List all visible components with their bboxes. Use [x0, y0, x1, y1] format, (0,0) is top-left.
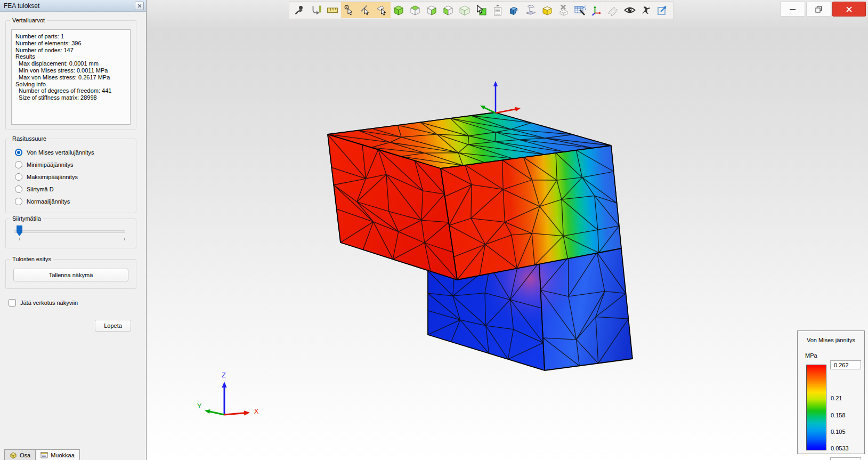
solid-part-icon[interactable] [506, 2, 522, 18]
delete-solid-icon[interactable] [555, 2, 572, 18]
legend-unit: MPa [805, 352, 817, 359]
view-box-icon[interactable] [457, 2, 473, 18]
flyby-icon[interactable] [638, 2, 654, 18]
legend-tick-label: 0.105 [831, 429, 846, 435]
legend-title: Von Mises jännitys [798, 337, 864, 343]
legend-max-input[interactable] [830, 360, 861, 369]
minimize-button[interactable] [780, 2, 805, 17]
legend-panel: Von Mises jännitys MPa 0.21 0.158 0.105 … [797, 330, 865, 454]
view-right-icon[interactable] [424, 2, 440, 18]
legend-tick-label: 0.158 [831, 412, 846, 418]
application-window: ZYX Von Mises jännitys MPa 0 [0, 0, 868, 460]
crate-icon[interactable] [539, 2, 555, 18]
select-point-icon[interactable] [341, 2, 358, 18]
legend-min-input[interactable] [830, 457, 861, 460]
pin-icon[interactable] [291, 2, 308, 18]
legend-tick-label: 0.0533 [831, 445, 849, 451]
dimension-icon[interactable] [308, 2, 325, 18]
axes-icon[interactable] [588, 2, 605, 18]
unfold-icon[interactable] [522, 2, 539, 18]
view-top-icon[interactable] [407, 2, 424, 18]
svg-text:Z: Z [222, 371, 226, 379]
legend-colorbar [806, 365, 826, 450]
select-edge-icon[interactable] [358, 2, 374, 18]
select-solid-icon[interactable] [473, 2, 489, 18]
tab-osa[interactable]: Osa [4, 449, 36, 460]
fea-table-icon[interactable] [572, 2, 588, 18]
ruler-icon[interactable] [325, 2, 341, 18]
view-solid-icon[interactable] [391, 2, 407, 18]
sketch-icon[interactable] [605, 2, 621, 18]
part-icon [10, 451, 17, 459]
feature-list-icon[interactable] [489, 2, 506, 18]
pop-out-icon[interactable] [654, 2, 671, 18]
legend-tick-label: 0.21 [831, 395, 842, 401]
edit-form-icon [40, 451, 48, 459]
document-tabs: Osa Muokkaa [4, 449, 80, 460]
visibility-icon[interactable] [621, 2, 638, 18]
view-left-icon[interactable] [440, 2, 457, 18]
tab-muokkaa[interactable]: Muokkaa [36, 449, 80, 460]
select-face-icon[interactable] [374, 2, 391, 18]
svg-text:X: X [254, 407, 259, 415]
close-window-button[interactable] [832, 2, 866, 17]
restore-button[interactable] [806, 2, 831, 17]
main-toolbar [289, 1, 674, 19]
3d-viewport[interactable]: ZYX [0, 0, 868, 460]
svg-text:Y: Y [197, 402, 202, 410]
